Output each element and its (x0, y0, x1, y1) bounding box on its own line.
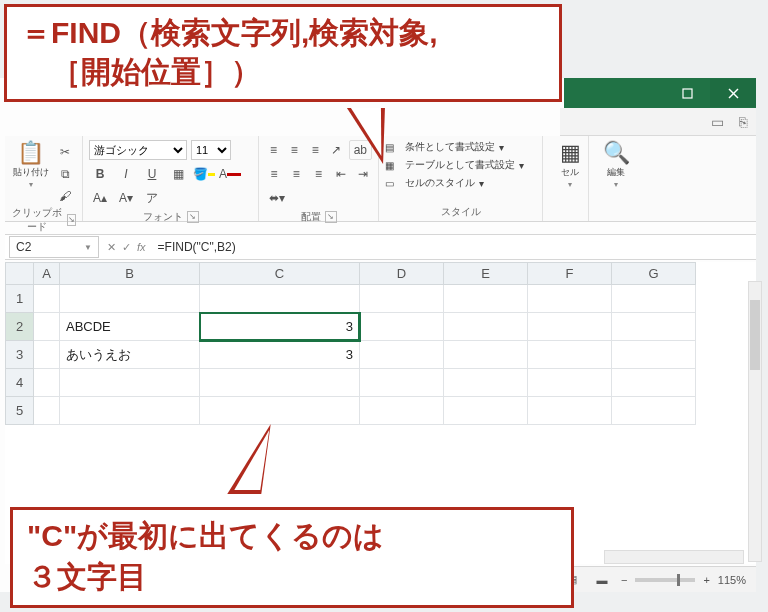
cell[interactable]: ABCDE (60, 313, 200, 341)
name-box[interactable]: C2 ▼ (9, 236, 99, 258)
align-middle-icon[interactable]: ≡ (286, 140, 303, 160)
share-icon[interactable]: ⎘ (730, 112, 756, 132)
align-right-icon[interactable]: ≡ (309, 164, 327, 184)
format-painter-icon[interactable]: 🖌 (54, 186, 76, 206)
cell[interactable] (612, 397, 696, 425)
cell[interactable] (34, 369, 60, 397)
cancel-icon[interactable]: ✕ (107, 241, 116, 254)
cell[interactable] (60, 397, 200, 425)
cell[interactable] (360, 369, 444, 397)
cell[interactable] (34, 313, 60, 341)
cell[interactable] (34, 341, 60, 369)
increase-font-icon[interactable]: A▴ (89, 188, 111, 208)
font-name-select[interactable]: 游ゴシック (89, 140, 187, 160)
row-header[interactable]: 5 (6, 397, 34, 425)
bold-button[interactable]: B (89, 164, 111, 184)
copy-icon[interactable]: ⧉ (54, 164, 76, 184)
cell[interactable] (200, 397, 360, 425)
column-header[interactable]: B (60, 263, 200, 285)
accept-icon[interactable]: ✓ (122, 241, 131, 254)
cell[interactable] (444, 397, 528, 425)
formula-input[interactable]: =FIND("C",B2) (152, 236, 756, 258)
cell[interactable] (60, 369, 200, 397)
pagebreak-view-icon[interactable]: ▬ (591, 571, 613, 589)
select-all-corner[interactable] (6, 263, 34, 285)
merge-button[interactable]: ⬌▾ (265, 188, 289, 208)
cell[interactable] (200, 369, 360, 397)
phonetic-button[interactable]: ア (141, 188, 163, 208)
cell[interactable] (444, 313, 528, 341)
zoom-slider[interactable] (635, 578, 695, 582)
cell[interactable] (200, 285, 360, 313)
align-center-icon[interactable]: ≡ (287, 164, 305, 184)
cell[interactable] (528, 397, 612, 425)
zoom-out-icon[interactable]: − (621, 574, 627, 586)
column-header[interactable]: D (360, 263, 444, 285)
paste-button[interactable]: 📋 貼り付け ▾ (11, 140, 50, 189)
cell[interactable] (528, 285, 612, 313)
cell[interactable] (612, 369, 696, 397)
align-top-icon[interactable]: ≡ (265, 140, 282, 160)
italic-button[interactable]: I (115, 164, 137, 184)
editing-button[interactable]: 🔍 編集 ▾ (595, 140, 637, 189)
launcher-icon[interactable]: ↘ (67, 214, 76, 226)
underline-button[interactable]: U (141, 164, 163, 184)
group-editing: 🔍 編集 ▾ (589, 136, 635, 221)
cell[interactable] (612, 285, 696, 313)
row-header[interactable]: 2 (6, 313, 34, 341)
zoom-in-icon[interactable]: + (703, 574, 709, 586)
vertical-scrollbar[interactable] (748, 281, 762, 562)
cell[interactable] (612, 313, 696, 341)
maximize-icon[interactable] (664, 79, 710, 107)
orientation-icon[interactable]: ↗ (328, 140, 345, 160)
column-header[interactable]: G (612, 263, 696, 285)
cell[interactable] (34, 397, 60, 425)
ribbon-collapse-icon[interactable]: ▭ (704, 112, 730, 132)
indent-inc-icon[interactable]: ⇥ (354, 164, 372, 184)
cell[interactable] (444, 285, 528, 313)
column-header[interactable]: C (200, 263, 360, 285)
cell[interactable]: あいうえお (60, 341, 200, 369)
cells-button[interactable]: ▦ セル ▾ (549, 140, 591, 189)
cell[interactable] (360, 313, 444, 341)
cell[interactable] (360, 285, 444, 313)
cell[interactable]: 3 (200, 341, 360, 369)
cell[interactable]: 3 (200, 313, 360, 341)
cell[interactable] (444, 369, 528, 397)
cell[interactable] (528, 369, 612, 397)
row-header[interactable]: 4 (6, 369, 34, 397)
cell[interactable] (528, 313, 612, 341)
cell[interactable] (34, 285, 60, 313)
align-left-icon[interactable]: ≡ (265, 164, 283, 184)
fill-color-button[interactable]: 🪣 (193, 164, 215, 184)
paste-label: 貼り付け (13, 168, 49, 178)
cell[interactable] (60, 285, 200, 313)
horizontal-scrollbar[interactable] (604, 550, 744, 564)
font-size-select[interactable]: 11 (191, 140, 231, 160)
column-header[interactable]: E (444, 263, 528, 285)
border-button[interactable]: ▦ (167, 164, 189, 184)
cell-styles-button[interactable]: ▭セルのスタイル ▾ (385, 176, 536, 190)
row-header[interactable]: 3 (6, 341, 34, 369)
close-icon[interactable] (710, 79, 756, 107)
cell[interactable] (528, 341, 612, 369)
cell[interactable] (444, 341, 528, 369)
cell[interactable] (612, 341, 696, 369)
conditional-format-button[interactable]: ▤条件として書式設定 ▾ (385, 140, 536, 154)
zoom-level[interactable]: 115% (718, 574, 746, 586)
callout-explain-line1: "C"が最初に出てくるのは (27, 516, 557, 557)
align-bottom-icon[interactable]: ≡ (307, 140, 324, 160)
decrease-font-icon[interactable]: A▾ (115, 188, 137, 208)
column-header[interactable]: F (528, 263, 612, 285)
launcher-icon[interactable]: ↘ (187, 211, 199, 223)
cut-icon[interactable]: ✂ (54, 142, 76, 162)
column-header[interactable]: A (34, 263, 60, 285)
cell[interactable] (360, 397, 444, 425)
quick-access: ▭ ⎘ (560, 108, 756, 136)
indent-dec-icon[interactable]: ⇤ (332, 164, 350, 184)
cell[interactable] (360, 341, 444, 369)
launcher-icon[interactable]: ↘ (325, 211, 337, 223)
font-color-button[interactable]: A (219, 164, 241, 184)
fx-icon[interactable]: fx (137, 241, 146, 254)
row-header[interactable]: 1 (6, 285, 34, 313)
